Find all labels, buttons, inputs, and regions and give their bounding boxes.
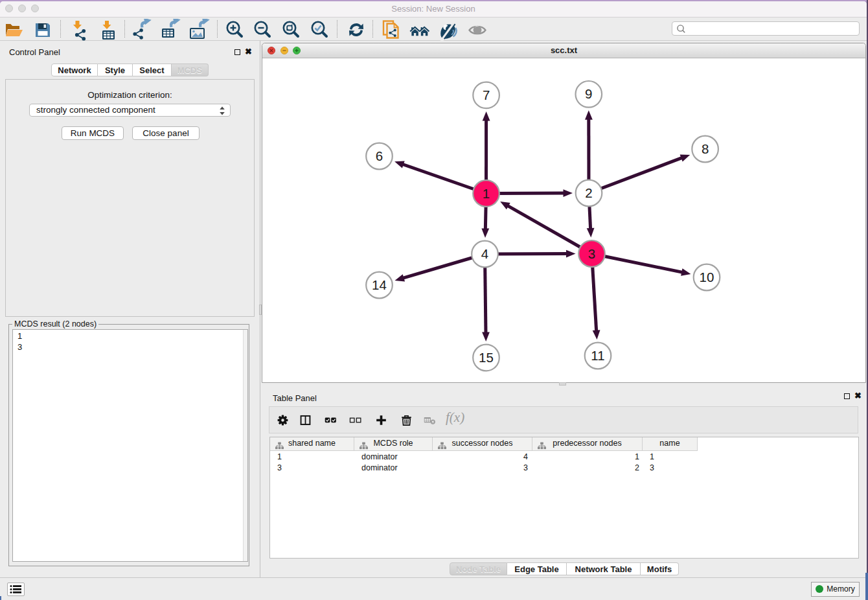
svg-text:8: 8 — [702, 141, 709, 156]
svg-text:15: 15 — [479, 350, 494, 365]
svg-text:7: 7 — [483, 87, 490, 102]
svg-text:14: 14 — [372, 277, 387, 292]
svg-text:1: 1 — [483, 186, 490, 201]
svg-text:11: 11 — [591, 348, 604, 363]
svg-text:9: 9 — [585, 86, 592, 101]
svg-text:3: 3 — [588, 246, 595, 261]
svg-text:2: 2 — [585, 185, 592, 200]
svg-text:4: 4 — [481, 246, 488, 261]
svg-text:6: 6 — [376, 148, 383, 163]
svg-text:10: 10 — [700, 270, 714, 284]
